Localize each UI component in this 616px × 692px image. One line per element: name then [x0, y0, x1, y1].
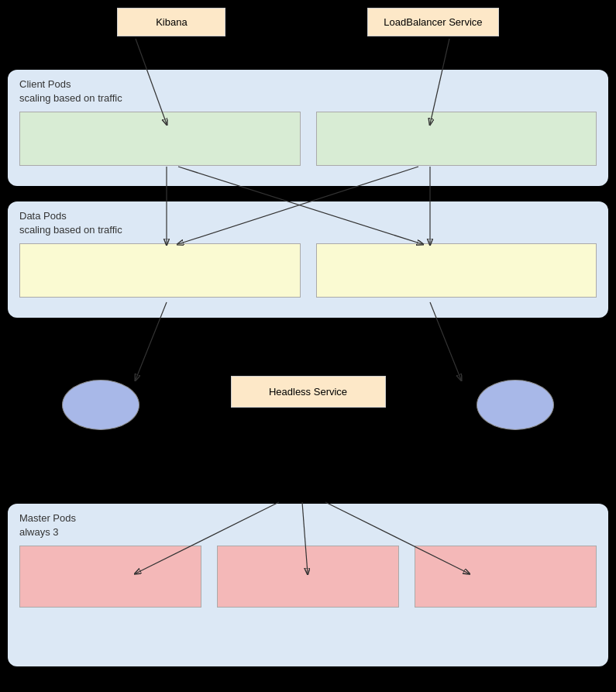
master-pod-1: [19, 546, 201, 608]
diagram-container: Kibana LoadBalancer Service Client Pods …: [0, 0, 616, 692]
loadbalancer-box: LoadBalancer Service: [367, 8, 498, 36]
client-pod-2: [316, 112, 597, 166]
master-pods-group: Master Pods always 3: [8, 504, 608, 666]
headless-service-box: Headless Service: [231, 376, 386, 408]
data-pods-group: Data Pods scaling based on traffic: [8, 201, 608, 318]
data-pod-boxes-row: [19, 243, 597, 298]
middle-section: Headless Service: [0, 333, 616, 488]
data-pods-label: Data Pods scaling based on traffic: [19, 209, 597, 237]
ellipse-right: [477, 380, 554, 430]
data-pod-1: [19, 243, 301, 298]
client-pods-group: Client Pods scaling based on traffic: [8, 70, 608, 186]
top-boxes: Kibana LoadBalancer Service: [0, 8, 616, 36]
data-pod-2: [316, 243, 597, 298]
client-pod-1: [19, 112, 301, 166]
master-pods-label: Master Pods always 3: [19, 511, 597, 539]
client-pods-label: Client Pods scaling based on traffic: [19, 77, 597, 105]
headless-label: Headless Service: [269, 386, 347, 398]
ellipse-left: [62, 380, 139, 430]
loadbalancer-label: LoadBalancer Service: [384, 16, 482, 28]
master-pod-boxes-row: [19, 546, 597, 608]
master-pod-2: [217, 546, 399, 608]
kibana-box: Kibana: [117, 8, 225, 36]
master-pod-3: [415, 546, 597, 608]
kibana-label: Kibana: [156, 16, 187, 28]
client-pod-boxes-row: [19, 112, 597, 166]
